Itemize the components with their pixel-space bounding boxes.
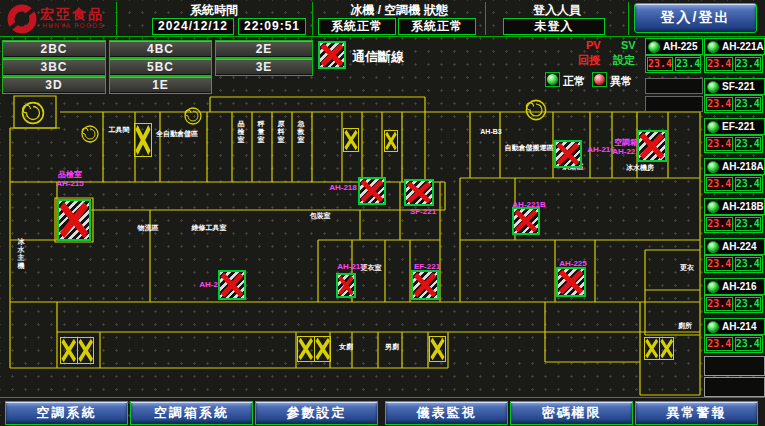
spiral-stair-icon — [183, 106, 203, 130]
nav-button-空調箱系統[interactable]: 空調箱系統 — [130, 401, 253, 425]
unit-pv-value: 23.4 — [706, 177, 733, 191]
stair-icon — [297, 336, 331, 362]
room-label: 更衣 — [676, 264, 698, 272]
hmi-screen: 宏亞食品 HUNYA FOODS 系統時間 2024/12/12 22:09:5… — [0, 0, 765, 426]
ahu-label: SF-221 — [406, 207, 440, 216]
abnormal-legend-label: 異常 — [610, 74, 632, 89]
unit-values-EF-221: 23.423.4 — [704, 135, 763, 153]
nav-button-儀表監視[interactable]: 儀表監視 — [385, 401, 508, 425]
unit-sv-value: 23.4 — [735, 297, 762, 311]
floor-button-3D[interactable]: 3D — [2, 76, 106, 94]
floor-button-2BC[interactable]: 2BC — [2, 40, 106, 58]
spiral-stair-icon — [524, 98, 548, 126]
machine-status-label: 冰機 / 空調機 狀態 — [315, 2, 483, 19]
nav-button-空調系統[interactable]: 空調系統 — [5, 401, 128, 425]
unit-AH-224[interactable]: AH-224 — [704, 238, 765, 255]
unit-AH-218B[interactable]: AH-218B — [704, 198, 765, 215]
login-user-value: 未登入 — [503, 18, 605, 35]
floor-button-4BC[interactable]: 4BC — [109, 40, 212, 58]
unit-name: AH-218B — [722, 201, 764, 212]
comm-fail-unit-icon[interactable] — [556, 267, 586, 297]
unit-AH-218A[interactable]: AH-218A — [704, 158, 765, 175]
floor-button-2E[interactable]: 2E — [215, 40, 313, 58]
nav-button-異常警報[interactable]: 異常警報 — [635, 401, 758, 425]
room-label: 廁所 — [674, 322, 696, 330]
comm-fail-unit-icon[interactable] — [554, 140, 582, 168]
comm-fail-unit-icon[interactable] — [57, 199, 91, 241]
unit-sv-value: 23.4 — [735, 337, 762, 351]
sv-caption: 設定 — [613, 53, 635, 68]
comm-fail-unit-icon[interactable] — [512, 207, 540, 235]
ahu-status-value: 系統正常 — [398, 18, 476, 35]
ahu-label: 空調箱 AH-221 — [612, 138, 640, 156]
unit-AH-216[interactable]: AH-216 — [704, 278, 765, 295]
room-label: 自動倉儲搬運區 — [500, 144, 558, 152]
unit-pv-value: 23.4 — [706, 137, 733, 151]
unit-EF-221[interactable]: EF-221 — [704, 118, 765, 135]
unit-SF-221[interactable]: SF-221 — [704, 78, 765, 95]
spiral-stair-icon — [20, 100, 46, 130]
room-label: 工具間 — [106, 126, 132, 134]
nav-button-參數設定[interactable]: 參數設定 — [255, 401, 378, 425]
unit-values-AH-218A: 23.423.4 — [704, 175, 763, 193]
unit-status-led — [707, 201, 719, 213]
unit-pv-value: 23.4 — [706, 337, 733, 351]
unit-status-led — [648, 41, 660, 53]
unit-status-led — [707, 121, 719, 133]
normal-led-icon — [545, 72, 560, 87]
room-label: 品檢室 — [235, 120, 247, 144]
unit-name: AH-216 — [722, 281, 756, 292]
login-user-label: 登入人員 — [488, 2, 626, 19]
unit-values-AH-224: 23.423.4 — [704, 255, 763, 273]
comm-fail-unit-icon[interactable] — [358, 177, 386, 205]
stair-icon — [644, 337, 674, 360]
company-subtitle: HUNYA FOODS — [42, 22, 104, 29]
normal-legend-label: 正常 — [563, 74, 585, 89]
floor-button-3E[interactable]: 3E — [215, 58, 313, 76]
company-logo-icon — [6, 3, 38, 35]
floor-button-5BC[interactable]: 5BC — [109, 58, 212, 76]
stair-icon — [343, 128, 359, 152]
comm-fail-unit-icon[interactable] — [411, 270, 439, 300]
comm-fail-unit-icon[interactable] — [218, 270, 246, 300]
room-label: 包裝室 — [300, 212, 340, 220]
unit-sv-value: 23.4 — [735, 257, 762, 271]
login-logout-button[interactable]: 登入/登出 — [634, 3, 757, 33]
unit-sv-value: 23.4 — [735, 177, 762, 191]
stair-icon — [60, 337, 94, 364]
unit-AH-221A[interactable]: AH-221A — [704, 38, 765, 55]
comm-fail-unit-icon[interactable] — [404, 179, 434, 206]
unit-values-AH-218B: 23.423.4 — [704, 215, 763, 233]
room-label: AH-B3 — [474, 128, 508, 136]
nav-button-密碼權限[interactable]: 密碼權限 — [510, 401, 633, 425]
floor-button-1E[interactable]: 1E — [109, 76, 212, 94]
stair-icon — [429, 336, 446, 362]
room-label: 冰水機房 — [612, 164, 668, 172]
stair-icon — [134, 123, 152, 157]
unit-name: AH-221A — [722, 41, 764, 52]
unit-pv-value: 23.4 — [706, 97, 733, 111]
empty-slot — [645, 78, 703, 94]
unit-pv-value: 23.4 — [706, 297, 733, 311]
comm-fail-legend-label: 通信斷線 — [352, 48, 404, 66]
pv-label: PV — [586, 39, 601, 51]
unit-name: SF-221 — [722, 81, 755, 92]
empty-slot — [645, 96, 703, 112]
unit-status-led — [707, 41, 719, 53]
unit-status-led — [707, 161, 719, 173]
abnormal-led-icon — [592, 72, 607, 87]
unit-AH-214[interactable]: AH-214 — [704, 318, 765, 335]
comm-fail-unit-icon[interactable] — [637, 130, 667, 162]
unit-name: AH-225 — [663, 41, 697, 52]
unit-pv-value: 23.4 — [647, 57, 673, 71]
unit-AH-225[interactable]: AH-225 — [645, 38, 703, 55]
empty-slot — [704, 356, 765, 376]
unit-pv-value: 23.4 — [706, 57, 733, 71]
stair-icon — [384, 130, 398, 152]
floor-button-3BC[interactable]: 3BC — [2, 58, 106, 76]
room-label: 秤量室 — [255, 120, 267, 144]
unit-name: AH-218A — [722, 161, 764, 172]
unit-values-SF-221: 23.423.4 — [704, 95, 763, 113]
sv-label: SV — [621, 39, 636, 51]
comm-fail-unit-icon[interactable] — [336, 273, 356, 298]
